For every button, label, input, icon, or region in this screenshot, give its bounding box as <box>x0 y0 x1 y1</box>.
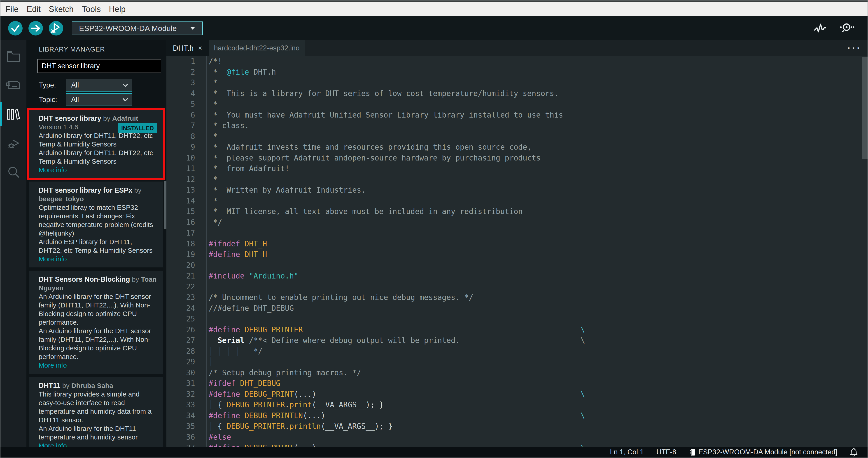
library-description: An Arduino library for the DHT sensor fa… <box>39 292 157 327</box>
code-line-text: #define DEBUG_PRINT(...)\ <box>207 389 868 400</box>
filter-row: Topic:All <box>39 93 166 106</box>
more-info-link[interactable]: More info <box>39 166 157 174</box>
editor-tab-hardcoded-dht22-esp32.ino[interactable]: hardcoded-dht22-esp32.ino <box>209 40 305 56</box>
code-line: 13 * Written by Adafruit Industries. <box>166 185 868 196</box>
debug-button[interactable] <box>49 21 63 35</box>
library-item[interactable]: DHT11 by Dhruba SahaThis library provide… <box>29 377 163 447</box>
code-line: 34#define DEBUG_PRINTLN(...)\ <box>166 410 868 421</box>
search-icon <box>7 166 20 179</box>
library-search-input[interactable] <box>37 59 161 73</box>
board-selector-dropdown[interactable]: ESP32-WROOM-DA Module <box>72 22 203 35</box>
library-filters: Type:AllTopic:All <box>39 79 166 106</box>
library-panel-scrollbar[interactable] <box>164 181 166 229</box>
line-number: 3 <box>166 77 207 88</box>
line-number: 6 <box>166 110 207 120</box>
code-line-text: /*! <box>207 56 868 67</box>
library-item-title: DHT11 by Dhruba Saha <box>39 381 157 390</box>
library-version: Version 1.4.6 <box>39 123 78 131</box>
code-line-text <box>207 314 868 324</box>
editor-more-actions-button[interactable]: ··· <box>847 40 862 56</box>
code-line: 8 * <box>166 131 868 142</box>
menu-item-sketch[interactable]: Sketch <box>49 4 73 14</box>
code-line: 26#define DEBUG_PRINTER\ <box>166 324 868 335</box>
code-line-text: #include "Arduino.h" <box>207 270 868 282</box>
library-item[interactable]: DHT sensor library by AdafruitVersion 1.… <box>29 110 163 178</box>
upload-button[interactable] <box>28 21 43 35</box>
line-number: 25 <box>166 314 207 324</box>
filter-selected-value: All <box>71 81 79 89</box>
more-info-link[interactable]: More info <box>39 441 157 447</box>
code-line-text: * please support Adafruit andopen-source… <box>207 152 868 164</box>
tab-close-icon[interactable]: × <box>198 44 202 52</box>
editor-tab-dht.h[interactable]: DHT.h× <box>166 40 209 56</box>
sidebar-item-library-manager[interactable] <box>0 101 26 127</box>
folder-icon <box>6 50 21 62</box>
arduino-ide-window: FileEditSketchToolsHelp ESP32-WROOM-DA M… <box>0 0 868 458</box>
menu-bar: FileEditSketchToolsHelp <box>0 2 868 16</box>
menu-item-tools[interactable]: Tools <box>82 4 101 14</box>
menu-item-help[interactable]: Help <box>109 4 126 14</box>
library-items-list: DHT sensor library by AdafruitVersion 1.… <box>29 110 163 447</box>
code-line: 25 <box>166 314 868 324</box>
sidebar-item-debug[interactable] <box>0 130 26 156</box>
active-indicator-bar <box>0 102 2 126</box>
menu-item-edit[interactable]: Edit <box>27 4 41 14</box>
library-item-title: DHT Sensors Non-Blocking by Toan Nguyen <box>39 275 157 292</box>
line-number: 17 <box>166 228 207 238</box>
chevron-down-icon <box>122 83 128 87</box>
filter-select-type[interactable]: All <box>66 79 132 91</box>
code-line: 37#define DEBUG_PRINT(...)\ <box>166 442 868 447</box>
line-number: 18 <box>166 238 207 249</box>
code-line: 35│ { DEBUG_PRINTER.println(__VA_ARGS__)… <box>166 421 868 432</box>
verify-button[interactable] <box>8 21 23 35</box>
line-number: 4 <box>166 88 207 99</box>
code-line-text: * class. <box>207 120 868 131</box>
status-board-info[interactable]: ESP32-WROOM-DA Module [not connected] <box>689 448 837 456</box>
notifications-bell-icon[interactable] <box>850 448 858 456</box>
code-line-text: │ <box>207 356 868 367</box>
more-info-link[interactable]: More info <box>39 361 157 370</box>
books-icon <box>7 108 20 120</box>
sidebar-item-boards-manager[interactable] <box>0 72 26 98</box>
encoding-label: UTF-8 <box>656 448 676 456</box>
code-line: 15 * MIT license, all text above must be… <box>166 206 868 217</box>
library-item-title: DHT sensor library by Adafruit <box>39 114 157 123</box>
library-item[interactable]: DHT sensor library for ESPx by beegee_to… <box>29 181 163 267</box>
line-number: 19 <box>166 249 207 260</box>
sidebar-item-sketchbook[interactable] <box>0 43 26 69</box>
line-number: 20 <box>166 260 207 271</box>
right-arrow-icon <box>28 21 43 35</box>
line-number: 8 <box>166 131 207 142</box>
line-number: 35 <box>166 421 207 432</box>
serial-plotter-icon[interactable] <box>814 22 827 34</box>
sidebar-item-search[interactable] <box>0 159 26 185</box>
line-continuation-backslash: \ <box>581 335 585 346</box>
line-number: 24 <box>166 303 207 314</box>
code-line: 14 * <box>166 196 868 206</box>
library-description: This library provides a simple and easy-… <box>39 390 157 424</box>
line-number: 36 <box>166 432 207 442</box>
line-continuation-backslash: \ <box>581 389 585 400</box>
code-line: 22 <box>166 282 868 292</box>
library-item[interactable]: DHT Sensors Non-Blocking by Toan NguyenA… <box>29 270 163 374</box>
serial-monitor-icon[interactable] <box>838 22 855 34</box>
line-number: 27 <box>166 335 207 346</box>
code-line-text: │ { DEBUG_PRINTER.print(__VA_ARGS__); } <box>207 399 868 410</box>
line-number: 23 <box>166 292 207 303</box>
menu-item-file[interactable]: File <box>5 4 19 14</box>
code-line: 4 * This is a library for DHT series of … <box>166 88 868 99</box>
code-line: 28│ │ │ │ */ <box>166 346 868 357</box>
line-number: 26 <box>166 324 207 335</box>
code-line-text: * <box>207 196 868 206</box>
code-line: 27 Serial /**< Define where debug output… <box>166 335 868 346</box>
debug-sidebar-icon <box>7 137 20 149</box>
code-line: 9 * Adafruit invests time and resources … <box>166 142 868 152</box>
code-line: 33│ { DEBUG_PRINTER.print(__VA_ARGS__); … <box>166 399 868 410</box>
line-number: 1 <box>166 56 207 67</box>
library-author: beegee_tokyo <box>39 195 84 203</box>
code-editor[interactable]: 1/*!2 * @file DHT.h3 *4 * This is a libr… <box>166 56 868 447</box>
code-line-text: * <box>207 131 868 142</box>
status-board-label: ESP32-WROOM-DA Module [not connected] <box>699 448 837 456</box>
filter-select-topic[interactable]: All <box>66 93 132 106</box>
more-info-link[interactable]: More info <box>39 255 157 263</box>
